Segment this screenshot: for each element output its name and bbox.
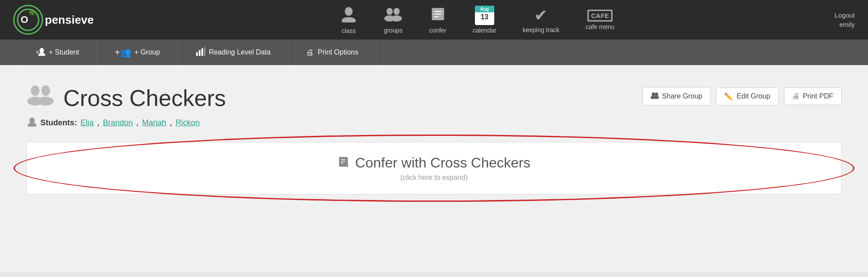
- svg-point-7: [394, 8, 400, 15]
- top-nav: O 🌿 pensieve class groups: [0, 0, 868, 40]
- edit-group-button[interactable]: ✏️ Edit Group: [716, 87, 778, 106]
- nav-label-class: class: [342, 27, 356, 34]
- groups-icon: [383, 6, 403, 25]
- svg-text:🌿: 🌿: [29, 9, 35, 16]
- nav-label-cafe-menu: cafe menu: [586, 23, 614, 30]
- nav-item-cafe-menu[interactable]: CAFE cafe menu: [586, 10, 614, 30]
- svg-point-3: [345, 7, 353, 16]
- svg-rect-20: [204, 47, 205, 56]
- students-row: Students: Elia, Brandon, Mariah, Rickon: [27, 117, 226, 129]
- calendar-month: Aug: [475, 6, 494, 12]
- group-header-icon: [26, 83, 55, 113]
- print-options-button[interactable]: 🖨 Print Options: [288, 40, 376, 65]
- keeping-track-icon: ✔: [534, 6, 547, 25]
- add-group-label: + Group: [135, 48, 160, 56]
- nav-label-confer: confer: [429, 27, 446, 34]
- add-student-button[interactable]: + + Student: [18, 40, 97, 65]
- logo[interactable]: O 🌿 pensieve: [13, 5, 94, 35]
- group-actions: Share Group ✏️ Edit Group 🖨 Print PDF: [642, 83, 842, 106]
- student-row-icon: [27, 117, 37, 129]
- svg-point-21: [31, 85, 40, 96]
- add-group-icon: +👥: [115, 47, 131, 58]
- student-link-mariah[interactable]: Mariah: [142, 118, 166, 128]
- share-group-icon: [651, 92, 659, 101]
- confer-subtitle: (click here to expand): [44, 174, 824, 182]
- class-icon: [340, 6, 357, 26]
- svg-point-5: [387, 8, 393, 15]
- print-pdf-button[interactable]: 🖨 Print PDF: [784, 87, 842, 105]
- nav-label-groups: groups: [384, 27, 403, 34]
- nav-item-confer[interactable]: confer: [429, 6, 446, 34]
- nav-items: class groups: [120, 6, 835, 34]
- cafe-icon: CAFE: [587, 10, 613, 22]
- group-header: Cross Checkers Students: Elia, Brandon, …: [26, 83, 842, 129]
- nav-item-class[interactable]: class: [340, 6, 357, 34]
- calendar-icon: Aug 13: [475, 6, 494, 25]
- student-link-brandon[interactable]: Brandon: [103, 118, 133, 128]
- svg-point-8: [391, 15, 402, 22]
- main-content: Cross Checkers Students: Elia, Brandon, …: [0, 65, 868, 272]
- svg-point-4: [342, 17, 356, 22]
- confer-icon: [430, 6, 446, 25]
- students-label: Students:: [40, 118, 77, 128]
- share-group-button[interactable]: Share Group: [642, 87, 711, 106]
- svg-point-26: [28, 123, 36, 127]
- group-title: Cross Checkers: [63, 85, 226, 111]
- svg-rect-18: [199, 50, 201, 56]
- add-group-button[interactable]: +👥 + Group: [97, 40, 178, 65]
- svg-point-23: [41, 85, 50, 96]
- logo-text: pensieve: [45, 13, 94, 27]
- svg-text:O: O: [21, 14, 28, 25]
- nav-right: Logout emily: [835, 11, 855, 28]
- group-title-area: Cross Checkers Students: Elia, Brandon, …: [26, 83, 226, 129]
- share-group-label: Share Group: [662, 92, 703, 100]
- edit-group-label: Edit Group: [737, 92, 770, 100]
- svg-point-25: [29, 117, 35, 124]
- logo-circle: O 🌿: [13, 5, 43, 35]
- nav-label-keeping-track: keeping track: [523, 26, 559, 33]
- calendar-day: 13: [481, 12, 489, 22]
- add-student-label: + Student: [49, 48, 79, 56]
- svg-rect-19: [201, 48, 203, 56]
- add-student-icon: +: [36, 47, 45, 58]
- confer-title-row: Confer with Cross Checkers: [44, 155, 824, 171]
- print-pdf-label: Print PDF: [803, 92, 833, 100]
- toolbar: + + Student +👥 + Group Reading Level Dat…: [0, 40, 868, 65]
- svg-rect-17: [196, 52, 198, 56]
- svg-point-15: [40, 48, 44, 53]
- print-options-icon: 🖨: [306, 48, 314, 57]
- user-name: emily: [839, 21, 855, 28]
- print-pdf-icon: 🖨: [792, 92, 799, 100]
- svg-point-24: [38, 97, 54, 106]
- svg-point-16: [38, 53, 45, 56]
- reading-level-icon: [196, 47, 205, 58]
- student-link-elia[interactable]: Elia: [80, 118, 94, 128]
- logout-button[interactable]: Logout: [835, 11, 855, 19]
- print-options-label: Print Options: [317, 48, 358, 56]
- nav-label-calendar: calendar: [473, 27, 496, 34]
- reading-level-label: Reading Level Data: [209, 48, 271, 56]
- nav-item-groups[interactable]: groups: [383, 6, 403, 34]
- student-link-rickon[interactable]: Rickon: [175, 118, 200, 128]
- confer-section: Confer with Cross Checkers (click here t…: [26, 142, 842, 194]
- nav-item-keeping-track[interactable]: ✔ keeping track: [523, 6, 559, 33]
- confer-title: Confer with Cross Checkers: [355, 155, 530, 171]
- confer-edit-icon: [338, 156, 350, 171]
- confer-box[interactable]: Confer with Cross Checkers (click here t…: [26, 142, 842, 194]
- reading-level-button[interactable]: Reading Level Data: [178, 40, 289, 65]
- group-title-row: Cross Checkers: [26, 83, 226, 113]
- edit-group-icon: ✏️: [724, 92, 733, 101]
- nav-item-calendar[interactable]: Aug 13 calendar: [473, 6, 496, 34]
